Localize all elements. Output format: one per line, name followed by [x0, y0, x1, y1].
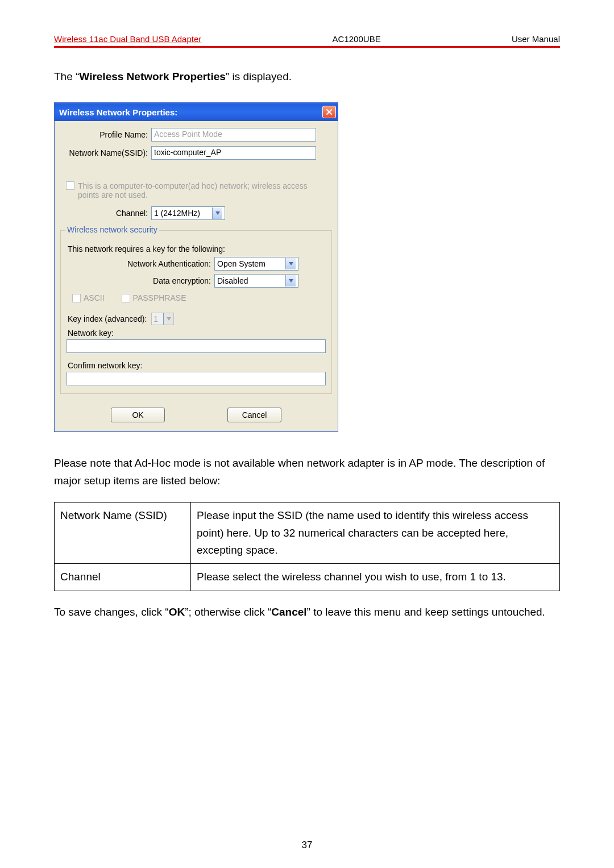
intro-post: ” is displayed. [226, 70, 292, 82]
page-number: 37 [0, 840, 614, 851]
passphrase-checkbox-row: PASSPHRASE [122, 293, 186, 302]
keyindex-value: 1 [152, 314, 163, 323]
ok-button[interactable]: OK [111, 408, 165, 422]
auth-dropdown[interactable]: Open System [214, 257, 298, 271]
close-icon [326, 109, 333, 115]
ascii-checkbox-row: ASCII [72, 293, 105, 302]
confirmkey-input[interactable] [67, 372, 326, 385]
intro-bold: Wireless Network Properties [79, 70, 225, 82]
networkkey-label: Network key: [68, 329, 326, 338]
keyindex-label: Key index (advanced): [68, 314, 147, 323]
setup-items-table: Network Name (SSID) Please input the SSI… [54, 502, 560, 591]
adhoc-checkbox [66, 181, 74, 190]
ok-button-label: OK [132, 410, 143, 420]
cancel-button[interactable]: Cancel [227, 408, 281, 422]
auth-value: Open System [217, 259, 285, 268]
adhoc-row: This is a computer-to-computer(ad hoc) n… [60, 164, 332, 202]
confirmkey-label: Confirm network key: [68, 361, 326, 370]
dialog-titlebar[interactable]: Wireless Network Properties: [55, 103, 338, 121]
channel-label: Channel: [60, 209, 151, 218]
closing-b1: OK [169, 606, 185, 618]
table-cell: Channel [55, 564, 191, 591]
encryption-value: Disabled [217, 276, 285, 285]
table-cell: Network Name (SSID) [55, 502, 191, 564]
table-row: Channel Please select the wireless chann… [55, 564, 560, 591]
intro-pre: The “ [54, 70, 79, 82]
page: Wireless 11ac Dual Band USB Adapter AC12… [0, 0, 614, 868]
chevron-down-icon [163, 313, 173, 325]
group-intro: This network requires a key for the foll… [68, 244, 326, 254]
passphrase-label: PASSPHRASE [133, 293, 186, 302]
ssid-row: Network Name(SSID): toxic-computer_AP [60, 146, 332, 160]
closing-b2: Cancel [271, 606, 306, 618]
ascii-checkbox [72, 294, 81, 302]
chevron-down-icon [285, 275, 296, 286]
channel-dropdown[interactable]: 1 (2412MHz) [151, 206, 225, 220]
chevron-down-icon [285, 258, 296, 269]
adhoc-text: This is a computer-to-computer(ad hoc) n… [78, 181, 329, 200]
cancel-button-label: Cancel [242, 410, 267, 420]
document-header: Wireless 11ac Dual Band USB Adapter AC12… [54, 34, 560, 48]
profile-name-row: Profile Name: Access Point Mode [60, 128, 332, 142]
intro-text: The “Wireless Network Properties” is dis… [54, 68, 560, 85]
closing-p1: To save changes, click “ [54, 606, 169, 618]
after-dialog-text: Please note that Ad-Hoc mode is not avai… [54, 455, 560, 489]
profile-name-input: Access Point Mode [151, 128, 316, 142]
profile-name-value: Access Point Mode [154, 130, 222, 139]
closing-p3: ” to leave this menu and keep settings u… [307, 606, 545, 618]
channel-value: 1 (2412MHz) [154, 209, 212, 218]
passphrase-checkbox [122, 294, 130, 302]
group-legend: Wireless network security [65, 225, 159, 234]
dialog-title: Wireless Network Properties: [59, 107, 177, 117]
key-mode-checkboxes: ASCII PASSPHRASE [72, 293, 326, 302]
auth-label: Network Authentication: [67, 259, 214, 268]
wireless-properties-dialog: Wireless Network Properties: Profile Nam… [54, 102, 338, 432]
auth-row: Network Authentication: Open System [67, 257, 326, 271]
doc-header-left: Wireless 11ac Dual Band USB Adapter [54, 34, 201, 44]
closing-text: To save changes, click “OK”; otherwise c… [54, 604, 560, 621]
keyindex-dropdown: 1 [151, 313, 174, 325]
keyindex-row: Key index (advanced): 1 [68, 313, 326, 325]
doc-header-center: AC1200UBE [333, 34, 381, 44]
channel-row: Channel: 1 (2412MHz) [60, 206, 332, 220]
closing-p2: ”; otherwise click “ [185, 606, 271, 618]
ssid-value: toxic-computer_AP [154, 148, 221, 157]
ssid-input[interactable]: toxic-computer_AP [151, 146, 316, 160]
ascii-label: ASCII [84, 293, 105, 302]
table-cell: Please input the SSID (the name used to … [191, 502, 560, 564]
ssid-label: Network Name(SSID): [60, 148, 151, 157]
dialog-body: Profile Name: Access Point Mode Network … [55, 121, 338, 431]
networkkey-input[interactable] [67, 339, 326, 353]
dialog-button-row: OK Cancel [60, 408, 332, 422]
encryption-dropdown[interactable]: Disabled [214, 274, 298, 288]
encryption-label: Data encryption: [67, 276, 214, 285]
encryption-row: Data encryption: Disabled [67, 274, 326, 288]
chevron-down-icon [212, 207, 222, 219]
table-cell: Please select the wireless channel you w… [191, 564, 560, 591]
table-row: Network Name (SSID) Please input the SSI… [55, 502, 560, 564]
profile-name-label: Profile Name: [60, 130, 151, 139]
doc-header-right: User Manual [512, 34, 560, 44]
security-groupbox: Wireless network security This network r… [60, 230, 332, 394]
close-button[interactable] [322, 106, 336, 118]
